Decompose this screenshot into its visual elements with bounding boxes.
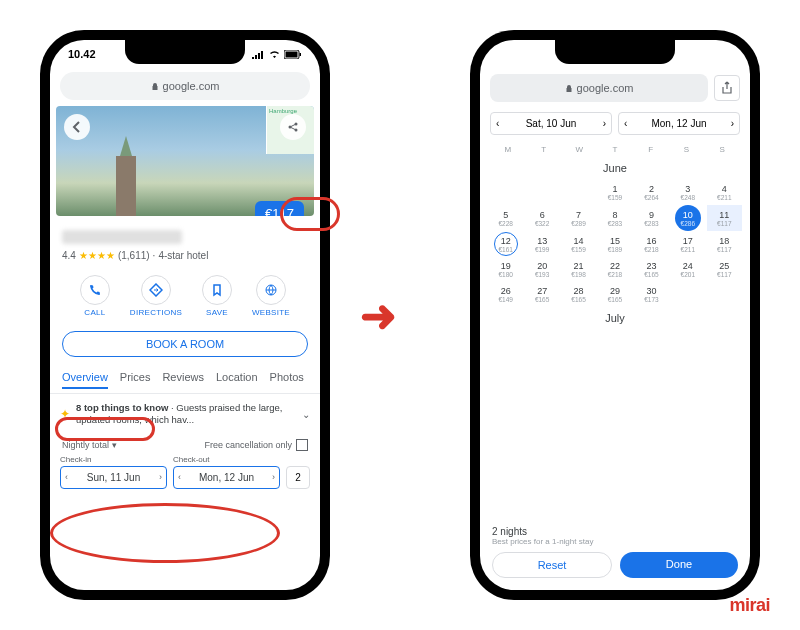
calendar-day[interactable]: 21€198 [561,257,596,281]
calendar-day[interactable]: 14€159 [561,232,596,256]
calendar-footer: 2 nights Best prices for a 1-night stay … [480,526,750,578]
price-badge[interactable]: €117 [255,201,304,216]
share-icon [721,81,733,95]
day-headers: MTWTFSS [480,139,750,156]
directions-icon [149,283,163,297]
battery-icon [284,50,302,59]
done-button[interactable]: Done [620,552,738,578]
calendar-day[interactable]: 2€264 [634,180,669,204]
month-label-2: July [480,306,750,330]
calendar-day[interactable]: 5€228 [488,205,523,231]
calendar-day[interactable]: 16€218 [634,232,669,256]
calendar-day[interactable]: 3€248 [670,180,705,204]
share-button[interactable] [280,114,306,140]
calendar-day[interactable]: 11€117 [707,205,742,231]
chevron-left-icon: ‹ [65,472,68,482]
notch [125,40,245,64]
checkout-selector[interactable]: ‹Mon, 12 Jun› [173,466,280,489]
checkout-pill[interactable]: ‹Mon, 12 Jun› [618,112,740,135]
checkout-label: Check-out [173,455,280,464]
notch [555,40,675,64]
share-icon [287,121,299,133]
reset-button[interactable]: Reset [492,552,612,578]
calendar-day[interactable]: 12€161 [488,232,523,256]
calendar-grid[interactable]: 1€1592€2643€2484€2115€2286€3227€2898€283… [480,180,750,306]
lock-icon [151,82,159,90]
calendar-day[interactable]: 7€289 [561,205,596,231]
tab-overview[interactable]: Overview [62,371,108,389]
signal-icon [251,50,265,59]
lock-icon [565,84,573,92]
address-bar[interactable]: google.com [60,72,310,100]
calendar-day[interactable]: 6€322 [524,205,559,231]
calendar-day[interactable]: 4€211 [707,180,742,204]
book-room-button[interactable]: BOOK A ROOM [62,331,308,357]
wifi-icon [268,50,281,59]
calendar-day[interactable]: 24€201 [670,257,705,281]
calendar-day[interactable]: 13€199 [524,232,559,256]
calendar-day[interactable]: 22€218 [597,257,632,281]
call-button[interactable]: CALL [80,275,110,317]
calendar-day [707,282,742,306]
tab-photos[interactable]: Photos [270,371,304,389]
chevron-right-icon: › [159,472,162,482]
svg-rect-1 [286,51,298,57]
status-icons [251,50,302,59]
globe-icon [264,283,278,297]
calendar-day[interactable]: 28€165 [561,282,596,306]
calendar-day[interactable]: 20€193 [524,257,559,281]
calendar-day[interactable]: 18€117 [707,232,742,256]
guests-selector[interactable]: 2 [286,466,310,489]
arrow-left-icon [70,120,84,134]
nights-count: 2 nights [492,526,738,537]
tab-reviews[interactable]: Reviews [162,371,204,389]
calendar-day[interactable]: 26€149 [488,282,523,306]
phone-right: google.com ‹Sat, 10 Jun› ‹Mon, 12 Jun› M… [470,30,760,600]
free-cancel-checkbox[interactable] [296,439,308,451]
phone-icon [88,283,102,297]
save-button[interactable]: SAVE [202,275,232,317]
directions-button[interactable]: DIRECTIONS [130,275,182,317]
hero-image[interactable]: Hamburge €117 [56,106,314,216]
calendar-day[interactable]: 8€283 [597,205,632,231]
arrow-right-icon: ➜ [360,290,397,341]
bookmark-icon [210,283,224,297]
stars-icon: ★★★★ [79,250,115,261]
tab-prices[interactable]: Prices [120,371,151,389]
sparkle-icon: ✦ [60,407,70,421]
calendar-day[interactable]: 29€165 [597,282,632,306]
nights-subtitle: Best prices for a 1-night stay [492,537,738,546]
rating-value: 4.4 [62,250,76,261]
checkin-selector[interactable]: ‹Sun, 11 Jun› [60,466,167,489]
brand-logo: mirai [729,595,770,616]
calendar-day [670,282,705,306]
svg-rect-2 [300,53,302,56]
review-count[interactable]: (1,611) [118,250,150,261]
website-button[interactable]: WEBSITE [252,275,290,317]
address-bar[interactable]: google.com [490,74,740,102]
back-button[interactable] [64,114,90,140]
checkin-pill[interactable]: ‹Sat, 10 Jun› [490,112,612,135]
hotel-name-blurred [62,230,182,244]
tip-box[interactable]: ✦ 8 top things to know · Guests praised … [60,402,310,427]
calendar-day[interactable]: 19€180 [488,257,523,281]
calendar-day[interactable]: 17€211 [670,232,705,256]
hotel-info: 4.4 ★★★★ (1,611) · 4-star hotel [50,216,320,269]
checkin-label: Check-in [60,455,167,464]
calendar-day[interactable]: 9€283 [634,205,669,231]
calendar-day[interactable]: 10€286 [675,205,701,231]
calendar-day[interactable]: 15€189 [597,232,632,256]
status-time: 10.42 [68,48,96,60]
nightly-dropdown[interactable]: Nightly total ▾ [62,440,117,450]
share-button[interactable] [714,75,740,101]
calendar-day[interactable]: 23€165 [634,257,669,281]
calendar-day[interactable]: 27€165 [524,282,559,306]
calendar-day[interactable]: 1€159 [597,180,632,204]
calendar-day[interactable]: 30€173 [634,282,669,306]
calendar-day[interactable]: 25€117 [707,257,742,281]
calendar-day [524,180,559,204]
month-label: June [480,156,750,180]
chevron-down-icon: ⌄ [302,409,310,420]
tab-location[interactable]: Location [216,371,258,389]
hotel-category: 4-star hotel [158,250,208,261]
